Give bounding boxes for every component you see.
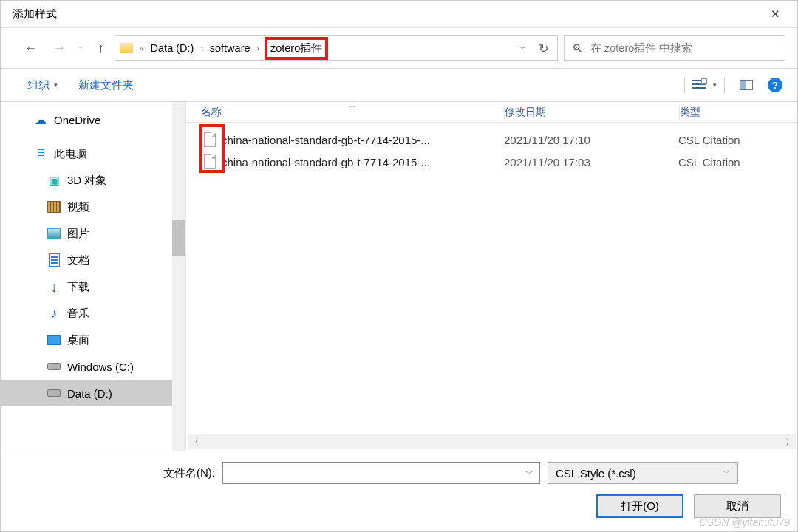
column-header-date[interactable]: 修改日期 bbox=[505, 106, 679, 119]
sidebar-pictures[interactable]: 图片 bbox=[1, 220, 172, 247]
new-folder-button[interactable]: 新建文件夹 bbox=[78, 78, 134, 92]
sidebar-documents[interactable]: 文档 bbox=[1, 247, 172, 273]
view-mode-button[interactable]: ▾ bbox=[684, 77, 725, 93]
sort-indicator-icon: ︿ bbox=[349, 100, 356, 111]
music-icon: ♪ bbox=[47, 307, 61, 320]
picture-icon bbox=[47, 227, 61, 240]
sidebar-label: Windows (C:) bbox=[67, 361, 134, 373]
breadcrumb[interactable]: « Data (D:) › software › zotero插件 ﹀ ↻ bbox=[115, 35, 558, 61]
file-type: CSL Citation bbox=[678, 134, 797, 146]
open-button[interactable]: 打开(O) bbox=[596, 494, 683, 518]
path-dropdown[interactable]: ﹀ bbox=[519, 43, 527, 54]
breadcrumb-seg-2-highlight[interactable]: zotero插件 bbox=[265, 37, 328, 60]
chevron-down-icon: ▾ bbox=[713, 81, 717, 89]
sidebar-label: 音乐 bbox=[67, 307, 89, 321]
sidebar-videos[interactable]: 视频 bbox=[1, 194, 172, 220]
sidebar-downloads[interactable]: ↓下载 bbox=[1, 273, 172, 300]
sidebar-label: OneDrive bbox=[54, 114, 100, 126]
cancel-button[interactable]: 取消 bbox=[694, 494, 781, 518]
sidebar-drive-c[interactable]: Windows (C:) bbox=[1, 353, 172, 380]
sidebar-drive-d[interactable]: Data (D:) bbox=[1, 380, 172, 406]
horizontal-scrollbar[interactable]: 〈 〉 bbox=[188, 434, 796, 449]
file-icon bbox=[204, 132, 216, 147]
pc-icon: 🖥 bbox=[33, 147, 48, 160]
chevron-right-icon: › bbox=[253, 44, 263, 52]
file-date: 2021/11/20 17:03 bbox=[504, 156, 678, 168]
filename-input[interactable]: ﹀ bbox=[222, 462, 540, 484]
history-dropdown[interactable]: ﹀ bbox=[78, 44, 84, 53]
help-button[interactable]: ? bbox=[768, 78, 782, 92]
sidebar-this-pc[interactable]: 🖥 此电脑 bbox=[1, 140, 172, 167]
organize-menu[interactable]: 组织 ▾ bbox=[27, 78, 58, 92]
sidebar-label: 文档 bbox=[67, 253, 89, 267]
search-input[interactable]: 🔍︎ 在 zotero插件 中搜索 bbox=[564, 35, 785, 61]
sidebar-label: 视频 bbox=[67, 200, 89, 214]
up-button[interactable]: ↑ bbox=[93, 39, 109, 58]
search-placeholder: 在 zotero插件 中搜索 bbox=[590, 41, 692, 55]
watermark: CSDN @yitahutu79 bbox=[700, 516, 790, 528]
sidebar-label: 图片 bbox=[67, 227, 89, 241]
filename-history-dropdown[interactable]: ﹀ bbox=[525, 468, 533, 479]
filetype-combo[interactable]: CSL Style (*.csl) ﹀ bbox=[548, 462, 738, 484]
breadcrumb-seg-1[interactable]: software bbox=[208, 41, 252, 55]
sidebar-desktop[interactable]: 桌面 bbox=[1, 327, 172, 353]
sidebar-onedrive[interactable]: ☁ OneDrive bbox=[1, 106, 172, 133]
desktop-icon bbox=[47, 333, 61, 347]
file-row[interactable]: china-national-standard-gb-t-7714-2015-.… bbox=[186, 151, 797, 173]
sidebar-music[interactable]: ♪音乐 bbox=[1, 300, 172, 327]
file-name: china-national-standard-gb-t-7714-2015-.… bbox=[222, 134, 430, 146]
column-header-type[interactable]: 类型 bbox=[680, 106, 797, 119]
file-list[interactable]: china-national-standard-gb-t-7714-2015-.… bbox=[186, 123, 797, 173]
scrollbar-thumb[interactable] bbox=[172, 220, 185, 256]
sidebar-label: 桌面 bbox=[67, 333, 89, 347]
file-name: china-national-standard-gb-t-7714-2015-.… bbox=[222, 156, 430, 168]
list-view-icon bbox=[692, 80, 706, 90]
chevron-right-icon[interactable]: « bbox=[136, 44, 148, 52]
file-icon bbox=[204, 154, 216, 169]
filename-label: 文件名(N): bbox=[1, 466, 215, 480]
dialog-title: 添加样式 bbox=[13, 7, 760, 21]
document-icon bbox=[47, 253, 61, 267]
breadcrumb-seg-0[interactable]: Data (D:) bbox=[149, 41, 196, 55]
preview-pane-button[interactable] bbox=[740, 80, 753, 90]
chevron-right-icon: › bbox=[197, 44, 206, 52]
folder-icon bbox=[120, 43, 133, 53]
sidebar-label: Data (D:) bbox=[67, 387, 112, 400]
scroll-left-icon[interactable]: 〈 bbox=[188, 437, 201, 448]
onedrive-icon: ☁ bbox=[33, 113, 48, 126]
file-row[interactable]: china-national-standard-gb-t-7714-2015-.… bbox=[186, 129, 797, 151]
video-icon bbox=[47, 200, 61, 214]
drive-icon bbox=[47, 360, 61, 373]
filetype-label: CSL Style (*.csl) bbox=[556, 467, 636, 480]
file-date: 2021/11/20 17:10 bbox=[504, 134, 678, 146]
drive-icon bbox=[47, 386, 61, 400]
sidebar-label: 此电脑 bbox=[54, 147, 87, 161]
sidebar-3d-objects[interactable]: ▣3D 对象 bbox=[1, 167, 172, 194]
search-icon: 🔍︎ bbox=[572, 42, 583, 55]
chevron-down-icon: ▾ bbox=[54, 81, 58, 89]
close-button[interactable]: ✕ bbox=[760, 7, 790, 21]
sidebar-tree[interactable]: ☁ OneDrive 🖥 此电脑 ▣3D 对象 视频 图片 文档 ↓下载 ♪音乐… bbox=[1, 102, 172, 451]
sidebar-label: 3D 对象 bbox=[67, 174, 106, 188]
chevron-down-icon: ﹀ bbox=[723, 468, 730, 478]
cube-icon: ▣ bbox=[47, 174, 61, 187]
back-button[interactable]: ← bbox=[21, 39, 41, 58]
file-type: CSL Citation bbox=[678, 156, 797, 168]
forward-button[interactable]: → bbox=[50, 39, 69, 58]
column-header-name[interactable]: 名称 bbox=[186, 106, 504, 119]
refresh-button[interactable]: ↻ bbox=[539, 41, 553, 55]
sidebar-label: 下载 bbox=[67, 280, 89, 294]
sidebar-scrollbar[interactable] bbox=[172, 102, 185, 451]
scroll-right-icon[interactable]: 〉 bbox=[782, 437, 796, 448]
download-icon: ↓ bbox=[47, 280, 61, 293]
